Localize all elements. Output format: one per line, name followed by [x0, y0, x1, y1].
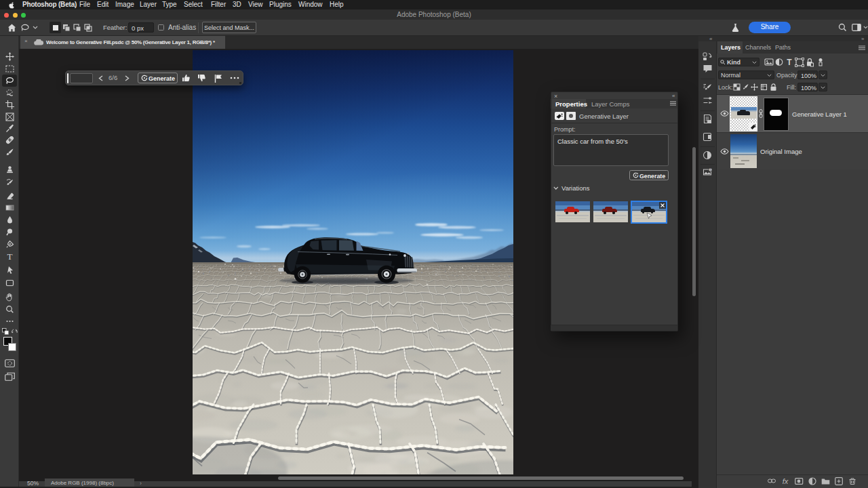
svg-text:T: T: [7, 252, 12, 261]
svg-text:T: T: [787, 58, 792, 67]
svg-text:fx: fx: [783, 477, 789, 485]
